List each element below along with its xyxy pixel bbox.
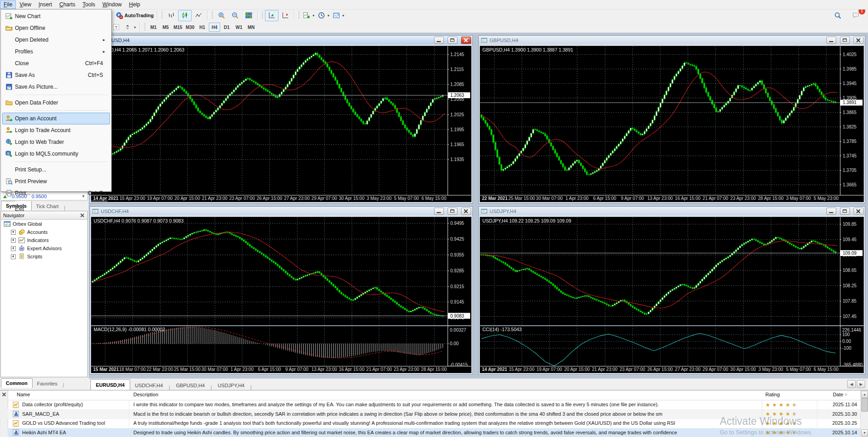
file-menu-item-print-setup[interactable]: Print Setup... — [2, 164, 110, 176]
column-header-name[interactable]: Name — [17, 392, 30, 397]
menubar-item-charts[interactable]: Charts — [56, 0, 79, 9]
file-menu-item-open-deleted[interactable]: Open Deleted► — [2, 34, 110, 46]
file-menu-item-open-data-folder[interactable]: Open Data Folder — [2, 97, 110, 109]
usdjpy-chart-area[interactable]: CCI(14) -173.5043109.85109.45109.05108.6… — [480, 217, 864, 373]
navigator-item-orbex-global[interactable]: Orbex Global — [1, 220, 87, 228]
templates-button[interactable]: ▼ — [331, 10, 346, 21]
file-menu-item-save-as-picture[interactable]: Save As Picture... — [2, 81, 110, 93]
timeframe-button-m1[interactable]: M1 — [148, 23, 159, 32]
toolbar-drag-handle[interactable] — [261, 11, 264, 19]
file-menu-item-exit[interactable]: Exit — [2, 203, 110, 215]
chart-tab-usdchf-h4[interactable]: USDCHF,H4 — [130, 381, 168, 390]
eurusd-chart-canvas[interactable]: 1.21451.21151.20851.20551.20251.19951.19… — [91, 46, 471, 202]
file-menu-item-open-offline[interactable]: Open Offline — [2, 22, 110, 34]
timeframe-button-w1[interactable]: W1 — [233, 23, 245, 32]
file-menu-item-profiles[interactable]: Profiles► — [2, 46, 110, 57]
zoom-out-button[interactable] — [228, 10, 242, 21]
scroll-down-icon[interactable]: ▼ — [861, 429, 868, 437]
sort-descending-icon[interactable]: ▿ — [843, 392, 847, 397]
file-menu-item-close[interactable]: CloseCtrl+F4 — [2, 57, 110, 69]
menubar-item-help[interactable]: Help — [125, 0, 144, 9]
column-header-rating[interactable]: Rating — [765, 392, 780, 397]
table-row[interactable]: SAR_MACD_EAMacd is the first to indicate… — [8, 410, 861, 419]
table-row[interactable]: Heikin Ashi MT4 EADesigned to trade usin… — [8, 428, 861, 437]
toolbar-drag-handle[interactable] — [298, 11, 300, 19]
file-menu-item-open-an-account[interactable]: Open an Account — [2, 113, 110, 124]
tile-windows-button[interactable] — [242, 10, 255, 21]
gbpusd-chart-area[interactable]: 1.40251.39851.39451.39051.38651.38251.37… — [480, 46, 864, 202]
tab-scroll-left-icon[interactable]: ◀ — [847, 380, 856, 388]
timeframe-button-m15[interactable]: M15 — [172, 23, 184, 32]
timeframe-button-m30[interactable]: M30 — [184, 23, 196, 32]
dropdown-caret-icon[interactable]: ▼ — [327, 14, 330, 17]
file-menu-item-login-to-web-trader[interactable]: Login to Web Trader — [2, 136, 110, 148]
dropdown-caret-icon[interactable]: ▼ — [312, 14, 315, 17]
auto-scroll-button[interactable] — [265, 10, 278, 21]
toolbar-drag-handle[interactable] — [211, 11, 213, 19]
close-button[interactable] — [461, 208, 471, 215]
chart-tab-usdjpy-h4[interactable]: USDJPY,H4 — [213, 381, 250, 390]
close-button[interactable] — [461, 37, 471, 44]
autotrading-button[interactable]: AutoTrading — [114, 10, 155, 21]
chart-window-titlebar[interactable]: GBPUSD,H4 — [479, 36, 865, 45]
maximize-button[interactable] — [448, 37, 458, 44]
expand-plus-icon[interactable] — [11, 238, 16, 243]
chart-window-titlebar[interactable]: USDCHF,H4 — [90, 207, 472, 216]
menubar-item-insert[interactable]: Insert — [35, 0, 56, 9]
file-menu-item-login-to-mql5-community[interactable]: SLogin to MQL5.community — [2, 148, 110, 160]
search-button[interactable] — [831, 10, 844, 21]
table-row[interactable]: GOLD vs USD Advanced Trading toolA truly… — [8, 419, 861, 428]
scroll-up-icon[interactable]: ▲ — [861, 391, 868, 398]
navigator-item-indicators[interactable]: Indicators — [1, 236, 87, 244]
notifications-button[interactable]: 1 — [849, 10, 863, 21]
gbpusd-chart-canvas[interactable]: 1.40251.39851.39451.39051.38651.38251.37… — [480, 46, 863, 202]
dropdown-caret-icon[interactable]: ▼ — [133, 26, 137, 29]
chart-window-titlebar[interactable]: USDJPY,H4 — [479, 207, 865, 216]
file-menu-item-login-to-trade-account[interactable]: Login to Trade Account — [2, 124, 110, 136]
minimize-button[interactable] — [826, 37, 836, 44]
bar-chart-button[interactable] — [165, 10, 178, 21]
candlestick-button[interactable] — [178, 10, 192, 21]
timeframe-button-m5[interactable]: M5 — [160, 23, 171, 32]
expand-plus-icon[interactable] — [11, 246, 16, 251]
menubar-item-window[interactable]: Window — [99, 0, 126, 9]
usdchf-chart-area[interactable]: MACD(12,26,9) -0.00081 0.000020.94950.94… — [91, 217, 472, 373]
terminal-close-icon[interactable] — [1, 392, 7, 397]
toolbar-drag-handle[interactable] — [161, 11, 163, 19]
toolbar-drag-handle[interactable] — [144, 23, 146, 31]
timeframe-button-h1[interactable]: H1 — [197, 23, 208, 32]
timeframe-button-h4[interactable]: H4 — [209, 23, 220, 32]
scrollbar-thumb[interactable] — [861, 398, 868, 412]
line-chart-button[interactable] — [192, 10, 205, 21]
menubar-item-file[interactable]: File — [0, 0, 16, 9]
expand-plus-icon[interactable] — [11, 254, 16, 259]
column-header-date[interactable]: Date ▿ — [833, 392, 847, 398]
minimize-button[interactable] — [826, 208, 836, 215]
symbol-selector-button[interactable]: ▼ — [123, 22, 138, 33]
chart-tab-gbpusd-h4[interactable]: GBPUSD,H4 — [171, 381, 210, 390]
chart-shift-button[interactable] — [278, 10, 292, 21]
file-menu-item-new-chart[interactable]: New Chart — [2, 10, 110, 22]
usdjpy-chart-canvas[interactable]: 109.85109.45109.05108.65108.25107.85107.… — [480, 217, 863, 373]
file-menu-item-save-as[interactable]: Save AsCtrl+S — [2, 69, 110, 81]
zoom-in-button[interactable] — [215, 10, 228, 21]
periods-button[interactable]: ▼ — [316, 10, 331, 21]
close-button[interactable] — [854, 37, 863, 44]
column-header-description[interactable]: Description — [133, 392, 158, 397]
terminal-scrollbar[interactable]: ▲ ▼ — [860, 390, 868, 437]
chart-window-titlebar[interactable]: EURUSD,H4 — [90, 36, 472, 45]
menubar-item-tools[interactable]: Tools — [79, 0, 99, 9]
file-menu-item-print-preview[interactable]: Print Preview — [2, 176, 110, 187]
timeframe-button-mn[interactable]: MN — [245, 23, 257, 32]
maximize-button[interactable] — [840, 208, 850, 215]
navigator-item-accounts[interactable]: Accounts — [1, 228, 87, 236]
menubar-item-view[interactable]: View — [16, 0, 35, 9]
maximize-button[interactable] — [840, 37, 850, 44]
minimize-button[interactable] — [434, 208, 444, 215]
indicators-button[interactable]: ▼ — [302, 10, 316, 21]
maximize-button[interactable] — [448, 208, 458, 215]
expand-plus-icon[interactable] — [11, 230, 16, 235]
timeframe-button-d1[interactable]: D1 — [221, 23, 232, 32]
dropdown-caret-icon[interactable]: ▼ — [342, 14, 345, 17]
tab-scroll-right-icon[interactable]: ▶ — [857, 380, 865, 388]
